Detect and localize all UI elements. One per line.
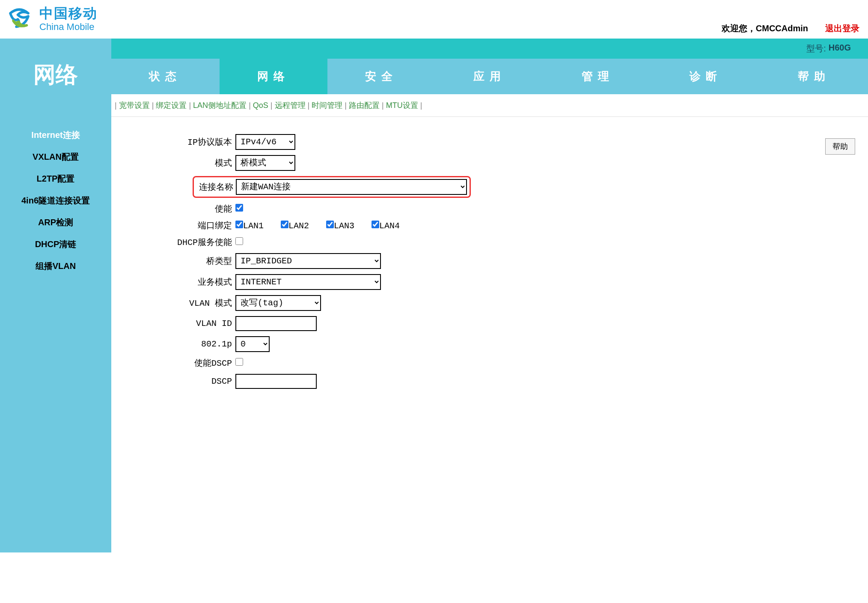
- vlan-mode-label: VLAN 模式: [120, 297, 235, 309]
- dhcp-service-label: DHCP服务使能: [120, 236, 235, 248]
- port-lan4-label: LAN4: [379, 221, 400, 231]
- subnav-lan-addr[interactable]: LAN侧地址配置: [193, 101, 247, 110]
- subnav-qos[interactable]: QoS: [253, 101, 268, 110]
- tab-application[interactable]: 应用: [436, 59, 544, 94]
- conn-name-highlight: 连接名称 新建WAN连接: [193, 176, 471, 198]
- mode-label: 模式: [120, 157, 235, 169]
- enable-dscp-checkbox[interactable]: [235, 358, 243, 366]
- 8021p-select[interactable]: 0: [235, 336, 270, 352]
- subnav-binding[interactable]: 绑定设置: [156, 101, 187, 110]
- model-bar: 型号: H60G: [111, 39, 868, 59]
- welcome-text: 欢迎您，CMCCAdmin: [722, 23, 808, 34]
- tab-status[interactable]: 状态: [111, 59, 220, 94]
- top-nav: 状态 网络 安全 应用 管理 诊断 帮助: [111, 59, 868, 94]
- ip-proto-label: IP协议版本: [120, 136, 235, 148]
- bridge-type-label: 桥类型: [120, 255, 235, 267]
- subnav-mtu[interactable]: MTU设置: [386, 101, 418, 110]
- sidebar-item-vxlan[interactable]: VXLAN配置: [0, 146, 111, 168]
- port-lan3-checkbox[interactable]: [326, 221, 334, 228]
- dscp-input: [235, 374, 317, 389]
- dscp-label: DSCP: [120, 376, 235, 386]
- enable-checkbox[interactable]: [235, 204, 243, 212]
- 8021p-label: 802.1p: [120, 339, 235, 349]
- enable-label: 使能: [120, 203, 235, 215]
- sidebar-item-4in6[interactable]: 4in6隧道连接设置: [0, 190, 111, 212]
- svc-mode-label: 业务模式: [120, 276, 235, 288]
- tab-management[interactable]: 管理: [544, 59, 652, 94]
- help-button[interactable]: 帮助: [825, 138, 855, 155]
- vlan-mode-select[interactable]: 改写(tag): [235, 295, 321, 311]
- sidebar-title: 网络: [0, 39, 111, 116]
- model-label: 型号:: [806, 43, 826, 54]
- tab-network[interactable]: 网络: [220, 59, 328, 94]
- content-area: 帮助 IP协议版本 IPv4/v6 模式 桥模式 连接名称 新建WAN连接 使能: [111, 117, 868, 411]
- vlan-id-input[interactable]: [235, 316, 317, 331]
- bridge-type-select[interactable]: IP_BRIDGED: [235, 253, 381, 269]
- port-lan1-label: LAN1: [243, 221, 264, 231]
- sub-nav: | 宽带设置 | 绑定设置 | LAN侧地址配置 | QoS | 远程管理 | …: [111, 94, 868, 117]
- subnav-remote[interactable]: 远程管理: [275, 101, 306, 110]
- brand-name-cn: 中国移动: [39, 6, 98, 21]
- ip-proto-select[interactable]: IPv4/v6: [235, 134, 295, 150]
- enable-dscp-label: 使能DSCP: [120, 357, 235, 369]
- china-mobile-logo-icon: [4, 4, 34, 34]
- vlan-id-label: VLAN ID: [120, 319, 235, 328]
- sidebar-item-arp[interactable]: ARP检测: [0, 212, 111, 233]
- dhcp-service-checkbox[interactable]: [235, 237, 243, 245]
- header: 中国移动 China Mobile 欢迎您，CMCCAdmin 退出登录: [0, 0, 868, 39]
- port-lan2-checkbox[interactable]: [281, 221, 288, 228]
- sidebar: 网络 Internet连接 VXLAN配置 L2TP配置 4in6隧道连接设置 …: [0, 39, 111, 552]
- brand-name-en: China Mobile: [39, 21, 98, 33]
- port-lan2-label: LAN2: [288, 221, 309, 231]
- sidebar-item-l2tp[interactable]: L2TP配置: [0, 168, 111, 190]
- mode-select[interactable]: 桥模式: [235, 155, 295, 171]
- port-lan4-checkbox[interactable]: [372, 221, 379, 228]
- sidebar-item-multicast-vlan[interactable]: 组播VLAN: [0, 255, 111, 277]
- conn-name-label: 连接名称: [196, 181, 236, 193]
- logout-link[interactable]: 退出登录: [825, 23, 859, 34]
- tab-help[interactable]: 帮助: [760, 59, 868, 94]
- subnav-time[interactable]: 时间管理: [312, 101, 342, 110]
- model-value: H60G: [829, 43, 851, 54]
- port-lan1-checkbox[interactable]: [235, 221, 243, 228]
- port-bind-label: 端口绑定: [120, 220, 235, 231]
- sidebar-item-dhcp-clear[interactable]: DHCP清链: [0, 233, 111, 255]
- svc-mode-select[interactable]: INTERNET: [235, 274, 381, 290]
- tab-security[interactable]: 安全: [327, 59, 436, 94]
- subnav-broadband[interactable]: 宽带设置: [119, 101, 150, 110]
- logo: 中国移动 China Mobile: [4, 4, 98, 34]
- conn-name-select[interactable]: 新建WAN连接: [236, 179, 467, 195]
- sidebar-item-internet[interactable]: Internet连接: [0, 124, 111, 146]
- port-lan3-label: LAN3: [334, 221, 354, 231]
- subnav-route[interactable]: 路由配置: [349, 101, 380, 110]
- tab-diagnosis[interactable]: 诊断: [652, 59, 760, 94]
